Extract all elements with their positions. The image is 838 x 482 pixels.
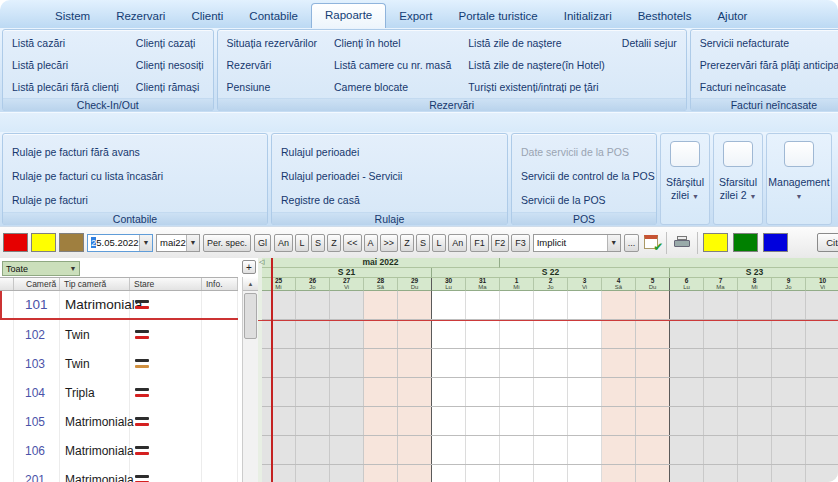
collapse-panel-icon[interactable]: ◁: [259, 258, 264, 266]
color-swatch-right-2[interactable]: [763, 233, 788, 252]
ribbon-item-detalii-sejur[interactable]: Detalii sejur: [619, 32, 680, 54]
gl-button[interactable]: Gl: [254, 234, 271, 252]
read-card-button[interactable]: Citeste card: [817, 233, 838, 252]
room-row-106[interactable]: 106Matrimoniala: [0, 436, 238, 465]
ribbon-group-column: Listă cazăriListă plecăriListă plecări f…: [9, 32, 122, 98]
ribbon-item-lista-camere-cu-nr-masa[interactable]: Listă camere cu nr. masă: [331, 54, 454, 76]
ribbon-item-servicii-de-control-de-la-pos[interactable]: Servicii de control de la POS: [518, 164, 658, 188]
nav-button-an[interactable]: An: [448, 234, 467, 252]
more-options-button[interactable]: ...: [624, 234, 640, 252]
big-button-sfarsitul-zilei[interactable]: Sfârșitulzilei ▼: [660, 133, 710, 225]
chevron-down-icon[interactable]: ▼: [139, 235, 152, 251]
nav-button-z[interactable]: Z: [327, 234, 341, 252]
color-swatch-left-2[interactable]: [59, 233, 84, 252]
ribbon-item-clienti-in-hotel[interactable]: Clienți în hotel: [331, 32, 454, 54]
ribbon-item-clienti-cazati[interactable]: Clienți cazați: [133, 32, 207, 54]
special-period-button[interactable]: Per. spec.: [203, 234, 251, 252]
tab-portale-turistice[interactable]: Portale turistice: [446, 5, 551, 28]
scheduler-grid[interactable]: [262, 291, 838, 482]
color-swatch-left-1[interactable]: [31, 233, 56, 252]
ribbon-item-camere-blocate[interactable]: Camere blocate: [331, 76, 454, 98]
ribbon-item-registre-de-casa[interactable]: Registre de casă: [278, 188, 405, 212]
ribbon-item-clienti-ramasi[interactable]: Clienți rămași: [133, 76, 207, 98]
month-select[interactable]: mai22 ▼: [156, 234, 200, 252]
profile-select[interactable]: Implicit ▼: [533, 234, 621, 252]
tab-export[interactable]: Export: [386, 5, 445, 28]
ribbon-item-lista-plecari[interactable]: Listă plecări: [9, 54, 122, 76]
date-input[interactable]: 25.05.2022 ▼: [87, 234, 153, 252]
nav-button-a[interactable]: A: [364, 234, 378, 252]
room-row-105[interactable]: 105Matrimoniala: [0, 407, 238, 436]
room-row-201[interactable]: 201Matrimoniala: [0, 465, 238, 482]
ribbon-item-situatia-rezervarilor[interactable]: Situația rezervărilor: [224, 32, 320, 54]
ribbon-item-servicii-nefacturate[interactable]: Servicii nefacturate: [697, 32, 838, 54]
nav-button-s[interactable]: S: [311, 234, 325, 252]
color-swatch-left-0[interactable]: [3, 233, 28, 252]
rooms-scrollbar[interactable]: ▲: [242, 277, 258, 482]
nav-button-an[interactable]: An: [274, 234, 293, 252]
scheduler[interactable]: ◁ mai 2022 S 21S 22S 23 25Mi26Jo27Vi28Sâ…: [258, 258, 838, 482]
printer-icon[interactable]: [674, 236, 690, 249]
ribbon-item-rulaje-pe-facturi-fara-avans[interactable]: Rulaje pe facturi fără avans: [9, 140, 166, 164]
ribbon-item-rulaje-pe-facturi-cu-lista-incasari[interactable]: Rulaje pe facturi cu lista încasări: [9, 164, 166, 188]
ribbon-item-servicii-de-la-pos[interactable]: Servicii de la POS: [518, 188, 658, 212]
ribbon-item-facturi-neincasate[interactable]: Facturi neîncasate: [697, 76, 838, 98]
tab-contabile[interactable]: Contabile: [236, 5, 311, 28]
tab-rezervari[interactable]: Rezervari: [103, 5, 178, 28]
row-selector-gutter[interactable]: [0, 349, 14, 378]
fkey-button-f2[interactable]: F2: [491, 234, 510, 252]
tab-initializari[interactable]: Initializari: [551, 5, 625, 28]
tab-ajutor[interactable]: Ajutor: [704, 5, 760, 28]
room-row-104[interactable]: 104Tripla: [0, 378, 238, 407]
fkey-button-f3[interactable]: F3: [511, 234, 530, 252]
row-selector-gutter[interactable]: [0, 320, 14, 349]
ribbon-item-clienti-nesositi[interactable]: Clienți nesosiți: [133, 54, 207, 76]
fkey-button-f1[interactable]: F1: [470, 234, 489, 252]
ribbon-item-pensiune[interactable]: Pensiune: [224, 76, 320, 98]
tab-rapoarte[interactable]: Rapoarte: [311, 3, 386, 28]
row-selector-gutter[interactable]: [0, 291, 14, 318]
chevron-down-icon[interactable]: ▼: [607, 235, 620, 251]
chevron-down-icon[interactable]: ▼: [186, 235, 199, 251]
nav-button-z[interactable]: Z: [400, 234, 414, 252]
big-button-sfarsitul-zilei-2[interactable]: Sfarsitulzilei 2 ▼: [713, 133, 763, 225]
nav-button-[interactable]: <<: [343, 234, 362, 252]
scrollbar-thumb[interactable]: [244, 293, 257, 339]
ribbon-item-rulajul-perioadei-servicii[interactable]: Rulajul perioadei - Servicii: [278, 164, 405, 188]
chevron-down-icon[interactable]: ▼: [67, 265, 79, 272]
big-button-management[interactable]: Management ▼: [766, 133, 832, 225]
ribbon-item-lista-zile-de-nastere-in-hotel[interactable]: Listă zile de naștere(în Hotel): [465, 54, 608, 76]
calendar-check-icon[interactable]: ✔: [644, 235, 661, 251]
column-header-tip-camera[interactable]: Tip cameră: [60, 278, 130, 290]
room-row-103[interactable]: 103Twin: [0, 349, 238, 378]
room-row-101[interactable]: 101Matrimoniala: [0, 291, 238, 320]
ribbon-item-lista-zile-de-nastere[interactable]: Listă zile de naștere: [465, 32, 608, 54]
tab-sistem[interactable]: Sistem: [42, 5, 103, 28]
row-selector-gutter[interactable]: [0, 378, 14, 407]
nav-button-s[interactable]: S: [416, 234, 430, 252]
ribbon-item-rulajul-perioadei[interactable]: Rulajul perioadei: [278, 140, 405, 164]
tab-besthotels[interactable]: Besthotels: [625, 5, 705, 28]
row-selector-gutter[interactable]: [0, 465, 14, 482]
nav-button-l[interactable]: L: [432, 234, 446, 252]
add-button[interactable]: +: [242, 260, 256, 274]
ribbon-item-lista-cazari[interactable]: Listă cazări: [9, 32, 122, 54]
row-selector-gutter[interactable]: [0, 436, 14, 465]
column-header-info[interactable]: Info.: [202, 278, 238, 290]
room-filter-select[interactable]: Toate ▼: [2, 261, 80, 276]
ribbon-item-turisti-existenti-intrati-pe-tari[interactable]: Turiști existenți/intrați pe țări: [465, 76, 608, 98]
color-swatch-right-1[interactable]: [733, 233, 758, 252]
ribbon-item-lista-plecari-fara-clienti[interactable]: Listă plecări fără clienți: [9, 76, 122, 98]
ribbon-item-rulaje-pe-facturi[interactable]: Rulaje pe facturi: [9, 188, 166, 212]
nav-button-l[interactable]: L: [295, 234, 309, 252]
column-header-stare[interactable]: Stare: [130, 278, 202, 290]
tab-clienti[interactable]: Clienti: [178, 5, 236, 28]
nav-button-[interactable]: >>: [380, 234, 399, 252]
column-header-camera[interactable]: Cameră: [14, 278, 60, 290]
room-row-102[interactable]: 102Twin: [0, 320, 238, 349]
scroll-up-icon[interactable]: ▲: [243, 277, 258, 291]
row-selector-gutter[interactable]: [0, 407, 14, 436]
color-swatch-right-0[interactable]: [703, 233, 728, 252]
ribbon-item-rezervari[interactable]: Rezervări: [224, 54, 320, 76]
ribbon-item-prerezervari-fara-plati-anticipate[interactable]: Prerezervări fără plăți anticipate: [697, 54, 838, 76]
